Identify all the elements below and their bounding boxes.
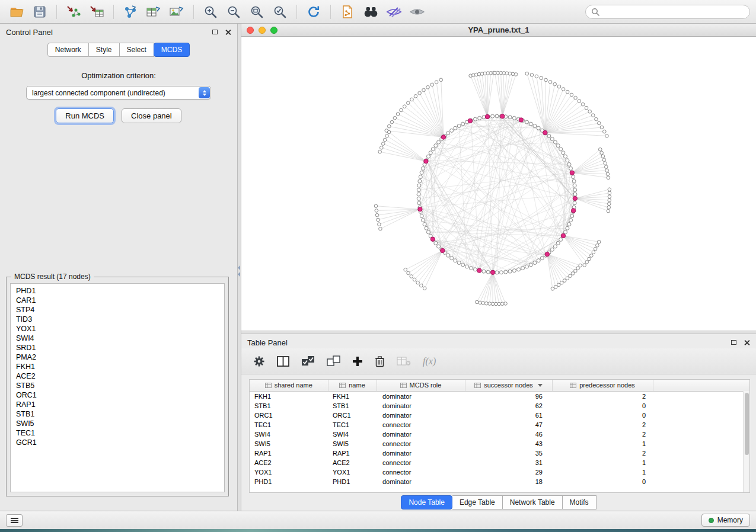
graph-node[interactable]	[465, 265, 468, 268]
zoom-selected-button[interactable]	[269, 2, 291, 21]
graph-node[interactable]	[598, 148, 602, 151]
graph-node[interactable]	[600, 126, 604, 129]
table-scrollbar-thumb[interactable]	[745, 393, 749, 455]
graph-node[interactable]	[573, 188, 577, 192]
graph-node[interactable]	[567, 162, 571, 166]
table-row[interactable]: ACE2ACE2connector311	[250, 458, 749, 467]
graph-node[interactable]	[439, 78, 443, 82]
graph-node[interactable]	[595, 243, 599, 247]
zoom-fit-button[interactable]	[246, 2, 267, 21]
import-table-button[interactable]	[86, 2, 107, 21]
graph-node[interactable]	[592, 251, 595, 254]
table-row[interactable]: YOX1YOX1connector291	[250, 467, 749, 477]
mcds-result-item[interactable]: TID3	[11, 315, 224, 324]
graph-node[interactable]	[572, 180, 576, 183]
graph-node[interactable]	[378, 223, 381, 226]
graph-hub-node[interactable]	[441, 135, 445, 139]
graph-node[interactable]	[579, 264, 582, 267]
graph-node[interactable]	[419, 175, 422, 179]
search-network-button[interactable]	[360, 2, 381, 21]
mcds-result-item[interactable]: SRD1	[11, 343, 224, 352]
graph-node[interactable]	[430, 83, 434, 86]
graph-node[interactable]	[537, 126, 540, 130]
network-graph[interactable]	[241, 37, 756, 331]
graph-node[interactable]	[437, 245, 441, 248]
graph-node[interactable]	[529, 122, 532, 126]
graph-node[interactable]	[508, 116, 512, 119]
float-panel-icon[interactable]	[212, 30, 218, 34]
graph-node[interactable]	[562, 88, 565, 91]
graph-node[interactable]	[425, 226, 428, 230]
graph-node[interactable]	[418, 180, 422, 183]
table-row[interactable]: SWI5SWI5connector431	[250, 439, 749, 448]
graph-node[interactable]	[525, 265, 529, 268]
graph-node[interactable]	[420, 214, 423, 218]
graph-node[interactable]	[566, 90, 569, 94]
graph-node[interactable]	[374, 204, 378, 208]
graph-node[interactable]	[450, 129, 454, 132]
tab-edge-table[interactable]: Edge Table	[452, 495, 503, 509]
graph-node[interactable]	[590, 254, 594, 258]
graph-node[interactable]	[573, 184, 576, 187]
graph-node[interactable]	[569, 274, 572, 278]
graph-node[interactable]	[604, 165, 608, 169]
graph-node[interactable]	[517, 268, 521, 271]
graph-node[interactable]	[377, 218, 380, 222]
close-table-panel-icon[interactable]	[744, 339, 750, 346]
graph-node[interactable]	[553, 245, 557, 248]
graph-node[interactable]	[607, 176, 610, 180]
graph-node[interactable]	[410, 275, 413, 278]
graph-node[interactable]	[512, 269, 516, 273]
graph-node[interactable]	[594, 247, 597, 251]
table-row[interactable]: RAP1RAP1dominator352	[250, 448, 749, 458]
graph-node[interactable]	[608, 202, 611, 206]
graph-node[interactable]	[553, 82, 557, 86]
graph-node[interactable]	[512, 116, 516, 120]
column-header-predecessor-nodes[interactable]: predecessor nodes	[552, 380, 653, 391]
graph-hub-node[interactable]	[500, 114, 505, 118]
splitter-collapse-handle[interactable]	[238, 265, 240, 277]
graph-node[interactable]	[550, 248, 554, 251]
graph-node[interactable]	[569, 166, 573, 170]
criterion-select[interactable]: largest connected component (undirected)	[26, 86, 211, 100]
graph-node[interactable]	[560, 281, 563, 284]
run-mcds-button[interactable]: Run MCDS	[56, 108, 114, 123]
column-header-shared-name[interactable]: shared name	[250, 380, 328, 391]
select-all-button[interactable]	[301, 352, 315, 370]
graph-node[interactable]	[461, 263, 465, 267]
graph-node[interactable]	[479, 301, 482, 305]
graph-node[interactable]	[578, 100, 581, 103]
graph-node[interactable]	[434, 144, 438, 148]
graph-node[interactable]	[461, 122, 465, 126]
graph-node[interactable]	[385, 134, 389, 138]
delete-table-button[interactable]	[397, 352, 411, 370]
graph-node[interactable]	[535, 75, 538, 78]
graph-node[interactable]	[556, 241, 560, 245]
graph-node[interactable]	[478, 116, 481, 120]
graph-node[interactable]	[484, 302, 488, 305]
graph-node[interactable]	[423, 223, 426, 226]
delete-row-button[interactable]	[375, 352, 385, 370]
graph-node[interactable]	[403, 105, 407, 108]
graph-node[interactable]	[559, 238, 563, 241]
graph-node[interactable]	[574, 96, 578, 100]
graph-node[interactable]	[375, 209, 378, 213]
graph-node[interactable]	[504, 302, 508, 306]
tab-mcds[interactable]: MCDS	[154, 43, 190, 57]
graph-node[interactable]	[450, 257, 454, 260]
table-row[interactable]: SWI4SWI4dominator462	[250, 430, 749, 439]
graph-node[interactable]	[418, 91, 422, 95]
graph-node[interactable]	[562, 151, 565, 155]
show-columns-button[interactable]	[277, 352, 289, 370]
graph-node[interactable]	[446, 132, 450, 135]
table-row[interactable]: STB1STB1dominator620	[250, 401, 749, 411]
graph-node[interactable]	[504, 270, 508, 274]
graph-node[interactable]	[491, 114, 495, 118]
show-all-button[interactable]	[406, 2, 428, 21]
graph-node[interactable]	[473, 117, 477, 121]
graph-node[interactable]	[495, 114, 499, 118]
save-session-button[interactable]	[29, 2, 50, 21]
graph-node[interactable]	[581, 102, 585, 106]
graph-hub-node[interactable]	[519, 118, 523, 122]
graph-node[interactable]	[525, 72, 529, 75]
